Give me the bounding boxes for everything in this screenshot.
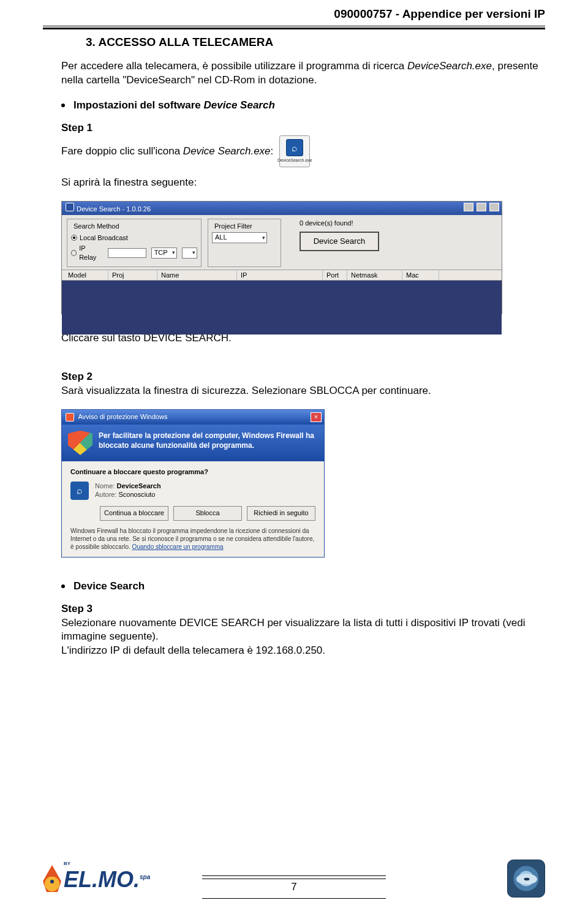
page-number: 7 (202, 875, 386, 899)
bullet-text: Impostazioni del software (74, 99, 204, 111)
radio-dot-icon (71, 250, 77, 256)
step1-line: Fare doppio clic sull'icona Device Searc… (61, 135, 545, 167)
intro-text-b: DeviceSearch.exe (407, 60, 492, 72)
window-title: Device Search - 1.0.0.26 (77, 205, 151, 213)
devicesearch-exe-icon[interactable]: ⌕ DeviceSearch.exe (279, 135, 310, 167)
magnifier-icon: ⌕ (286, 139, 303, 156)
name-value: DeviceSearch (116, 482, 160, 490)
radio-local-label: Local Broadcast (80, 233, 128, 243)
radio-iprelay-label: IP Relay (79, 244, 102, 262)
minimize-button[interactable] (464, 203, 473, 211)
flame-icon (43, 865, 61, 892)
logo-text: BY EL.MO.spa (64, 863, 150, 895)
logo-by: BY (64, 863, 150, 865)
firewall-dialog: Avviso di protezione Windows × Per facil… (61, 409, 325, 558)
header-document-id: 090000757 - Appendice per versioni IP (0, 0, 588, 25)
radio-local-broadcast[interactable]: Local Broadcast (71, 233, 197, 243)
project-filter-legend: Project Filter (213, 222, 254, 231)
device-search-window: Device Search - 1.0.0.26 Search Method L… (61, 201, 502, 314)
results-header: Model Proj Name IP Port Netmask Mac (62, 270, 502, 281)
window-titlebar: Device Search - 1.0.0.26 (62, 202, 502, 215)
step1-label: Step 1 (61, 121, 545, 135)
logo-spa: spa (140, 874, 150, 880)
maximize-button[interactable] (477, 203, 486, 211)
step1-text-b: Device Search.exe (183, 145, 271, 157)
col-name: Name (157, 271, 237, 280)
step1-text-wrap: Fare doppio clic sull'icona Device Searc… (61, 145, 273, 159)
eye-icon (507, 860, 545, 898)
firewall-buttons: Continua a bloccare Sblocca Richiedi in … (70, 506, 315, 521)
radio-dot-icon (71, 235, 77, 241)
step3-text: Selezionare nuovamente DEVICE SEARCH per… (61, 616, 545, 645)
col-port: Port (323, 271, 347, 280)
firewall-titlebar-left: Avviso di protezione Windows (66, 412, 167, 421)
ip-relay-input[interactable] (108, 248, 146, 258)
firewall-title: Avviso di protezione Windows (78, 413, 167, 420)
program-details: Nome: DeviceSearch Autore: Sconosciuto (95, 482, 161, 500)
author-value: Sconosciuto (119, 491, 156, 498)
step3-label: Step 3 (61, 602, 545, 616)
bullet-icon (61, 104, 65, 107)
firewall-question: Continuare a bloccare questo programma? (70, 467, 315, 477)
bullet-ital: Device Search (204, 99, 275, 111)
exe-caption: DeviceSearch.exe (277, 157, 312, 163)
rule-thick (43, 28, 545, 29)
shield-small-icon (66, 413, 74, 421)
app-icon (66, 203, 74, 211)
step3-line2: L'indirizzo IP di default della telecame… (61, 644, 545, 658)
firewall-note: Windows Firewall ha bloccato il programm… (70, 527, 315, 551)
step1-text-a: Fare doppio clic sull'icona (61, 145, 183, 157)
unblock-button[interactable]: Sblocca (173, 506, 242, 521)
program-icon: ⌕ (70, 482, 89, 500)
ds-right-col: 0 device(s) found! Device Search (287, 219, 497, 267)
ds-top-row: Search Method Local Broadcast IP Relay T… (62, 215, 502, 270)
step2-text: Sarà visualizzata la finestra di sicurez… (61, 384, 545, 398)
intro-paragraph: Per accedere alla telecamera, è possibil… (61, 59, 545, 88)
page-footer: BY EL.MO.spa 7 (43, 860, 545, 898)
col-ip: IP (237, 271, 323, 280)
protocol-select[interactable]: TCP (151, 248, 177, 259)
firewall-alert-text: Per facilitare la protezione del compute… (99, 431, 318, 455)
step2-label: Step 2 (61, 370, 545, 384)
rule-thin (43, 26, 545, 26)
close-button[interactable]: × (311, 412, 322, 422)
author-label: Autore: (95, 491, 116, 498)
firewall-titlebar: Avviso di protezione Windows × (62, 410, 324, 425)
firewall-alert-banner: Per facilitare la protezione del compute… (62, 425, 324, 461)
shield-icon (68, 431, 92, 455)
radio-ip-relay[interactable]: IP Relay TCP (71, 244, 197, 262)
intro-text-a: Per accedere alla telecamera, è possibil… (61, 60, 407, 72)
protocol-select-2[interactable] (182, 248, 197, 259)
search-method-fieldset: Search Method Local Broadcast IP Relay T… (67, 219, 202, 267)
project-filter-select[interactable]: ALL (212, 232, 267, 243)
bullet-device-search: Device Search (61, 580, 545, 594)
continue-block-button[interactable]: Continua a bloccare (100, 506, 168, 521)
firewall-note-link[interactable]: Quando sbloccare un programma (132, 543, 224, 550)
name-label: Nome: (95, 482, 115, 490)
window-buttons (462, 203, 499, 214)
section-title: 3. ACCESSO ALLA TELECAMERA (86, 34, 588, 50)
bullet-impostazioni: Impostazioni del software Device Search (61, 99, 545, 113)
titlebar-left: Device Search - 1.0.0.26 (66, 203, 151, 214)
device-search-button[interactable]: Device Search (300, 232, 379, 251)
bullet-icon (61, 584, 65, 588)
col-model: Model (64, 271, 108, 280)
col-mac: Mac (402, 271, 439, 280)
bullet2-label: Device Search (74, 580, 145, 594)
results-list[interactable] (62, 281, 502, 335)
bullet-label: Impostazioni del software Device Search (74, 99, 275, 113)
firewall-program-info: ⌕ Nome: DeviceSearch Autore: Sconosciuto (70, 482, 315, 500)
elmo-logo: BY EL.MO.spa (43, 863, 150, 895)
body-area: Per accedere alla telecamera, è possibil… (0, 59, 588, 658)
step1-text-c: : (271, 145, 274, 157)
project-filter-fieldset: Project Filter ALL (208, 219, 281, 267)
logo-main: EL.MO. (64, 867, 140, 892)
firewall-body: Continuare a bloccare questo programma? … (62, 461, 324, 557)
ask-later-button[interactable]: Richiedi in seguito (247, 506, 315, 521)
col-proj: Proj (108, 271, 157, 280)
devices-found-text: 0 device(s) found! (300, 219, 353, 228)
col-netmask: Netmask (347, 271, 402, 280)
search-method-legend: Search Method (72, 222, 121, 231)
after-icon-text: Si aprirà la finestra seguente: (61, 176, 545, 190)
close-button[interactable] (489, 203, 499, 211)
